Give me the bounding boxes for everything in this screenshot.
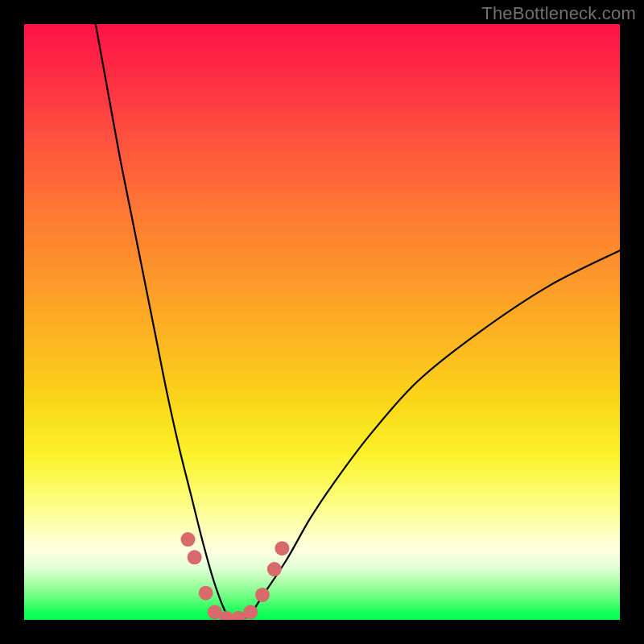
highlight-dot bbox=[255, 588, 270, 602]
highlight-dot bbox=[199, 586, 213, 601]
highlight-dot bbox=[275, 541, 289, 555]
bottleneck-curve bbox=[96, 24, 620, 620]
plot-area bbox=[24, 24, 620, 620]
watermark-text: TheBottleneck.com bbox=[481, 3, 636, 24]
curve-layer bbox=[24, 24, 620, 620]
highlight-markers bbox=[181, 532, 290, 620]
highlight-dot bbox=[188, 550, 202, 564]
highlight-dot bbox=[243, 605, 258, 619]
chart-frame: TheBottleneck.com bbox=[0, 0, 644, 644]
highlight-dot bbox=[267, 562, 282, 576]
highlight-dot bbox=[181, 532, 196, 547]
